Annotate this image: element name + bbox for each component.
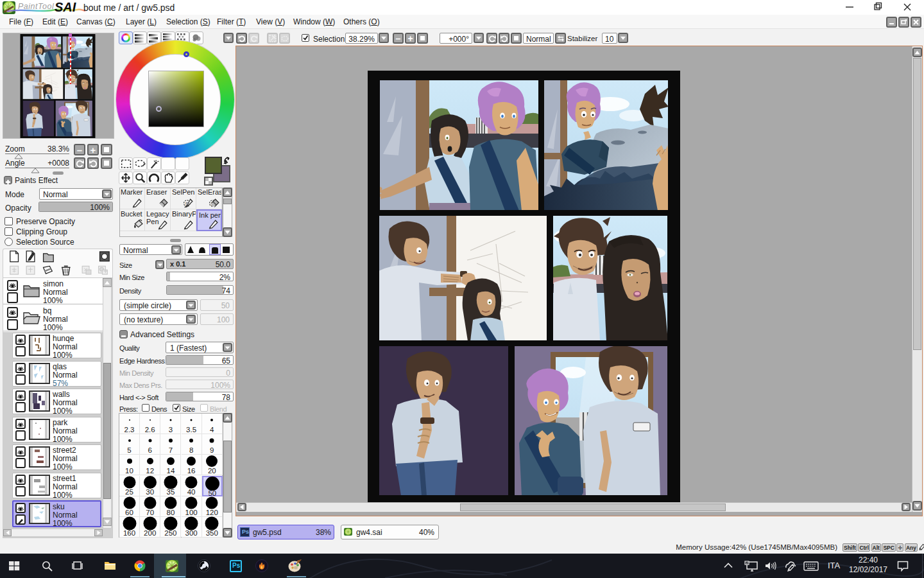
svg-text:SAI: SAI	[55, 1, 76, 14]
svg-text:PaintTool: PaintTool	[18, 2, 55, 11]
